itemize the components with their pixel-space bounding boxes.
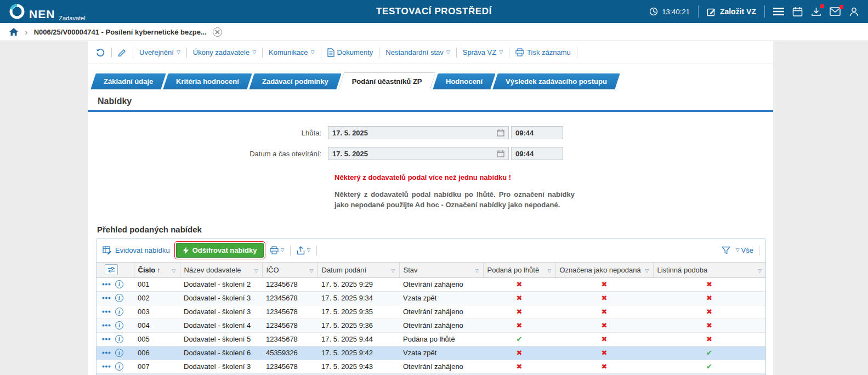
main-area: Uveřejnění ▽ Úkony zadavatele ▽ Komunika… — [0, 41, 868, 375]
opening-time-field[interactable]: 09:44 — [511, 147, 563, 160]
row-info-icon[interactable]: i — [115, 349, 123, 357]
column-header-stav[interactable]: Stav▽ — [399, 262, 483, 277]
table-row[interactable]: i 002 Dodavatel - školení 3 12345678 17.… — [97, 291, 765, 305]
print-grid-button[interactable]: ▽ — [270, 246, 284, 254]
menu-dokumenty[interactable]: Dokumenty — [327, 48, 373, 57]
downloads-icon[interactable] — [811, 7, 821, 17]
deadline-time-field[interactable]: 09:44 — [511, 126, 563, 139]
tab-podani-ucastniku-zp[interactable]: Podání účastníků ZP — [338, 72, 436, 89]
column-header-datum-podani[interactable]: Datum podání▽ — [317, 262, 399, 277]
filter-caret-icon[interactable]: ▽ — [548, 268, 552, 274]
menu-tisk-zaznamu[interactable]: Tisk záznamu — [515, 48, 571, 56]
column-settings-icon[interactable] — [105, 264, 118, 275]
cell-marked-not-submitted: ✖ — [555, 277, 653, 291]
filter-caret-icon[interactable]: ▽ — [254, 268, 258, 274]
column-header-oznacena-jako-nepodana[interactable]: Označena jako nepodaná▽ — [555, 262, 653, 277]
register-offer-label: Evidovat nabídku — [115, 246, 170, 254]
row-info-icon[interactable]: i — [115, 362, 123, 371]
register-offer-button[interactable]: Evidovat nabídku — [103, 246, 170, 255]
table-row[interactable]: i 001 Dodavatel - školení 2 12345678 17.… — [97, 277, 765, 291]
home-icon[interactable] — [9, 27, 19, 36]
cell-marked-not-submitted: ✖ — [555, 360, 653, 373]
content-panel: Uveřejnění ▽ Úkony zadavatele ▽ Komunika… — [88, 41, 773, 375]
table-row[interactable]: i 004 Dodavatel - školení 4 12345678 17.… — [97, 319, 765, 332]
opening-date-field[interactable]: 17. 5. 2025 — [328, 147, 509, 160]
column-header-podana-po-lhute[interactable]: Podaná po lhůtě▽ — [483, 262, 555, 277]
table-row[interactable]: i 003 Dodavatel - školení 3 12345678 17.… — [97, 305, 765, 319]
chevron-down-icon: ▽ — [307, 248, 310, 253]
row-actions-cell: i — [97, 291, 134, 305]
calendar-small-icon[interactable] — [497, 129, 504, 137]
cell-status: Otevírání zahájeno — [399, 360, 483, 373]
table-row[interactable]: i 005 Dodavatel - školení 5 12345678 17.… — [97, 332, 765, 346]
tab-vysledek-zadavaciho-postupu[interactable]: Výsledek zadávacího postupu — [492, 73, 620, 89]
tab-zadavaci-podminky[interactable]: Zadávací podmínky — [249, 73, 341, 89]
row-info-icon[interactable]: i — [115, 308, 123, 316]
history-undo-icon[interactable] — [95, 48, 105, 58]
divider — [379, 48, 379, 58]
create-vz-button[interactable]: Založit VZ — [707, 7, 756, 16]
filter-funnel-icon[interactable] — [722, 246, 730, 254]
cell-late: ✖ — [483, 319, 555, 332]
row-info-icon[interactable]: i — [115, 335, 123, 343]
menu-uverejneni[interactable]: Uveřejnění ▽ — [139, 48, 180, 56]
row-menu-dots-icon[interactable] — [102, 338, 111, 340]
row-menu-dots-icon[interactable] — [102, 351, 111, 354]
filter-preset-dropdown[interactable]: ▽ Vše — [736, 246, 753, 254]
chevron-down-icon: ▽ — [252, 50, 256, 55]
cross-icon: ✖ — [602, 349, 608, 357]
menu-label: Dokumenty — [337, 48, 373, 56]
menu-ukony-zadavatele[interactable]: Úkony zadavatele ▽ — [193, 48, 256, 56]
menu-komunikace[interactable]: Komunikace ▽ — [269, 48, 314, 56]
cell-late: ✖ — [483, 360, 555, 373]
divider — [111, 48, 112, 58]
tab-hodnoceni[interactable]: Hodnocení — [433, 73, 496, 89]
close-record-icon[interactable] — [213, 27, 222, 37]
filter-caret-icon[interactable]: ▽ — [758, 268, 762, 274]
filter-caret-icon[interactable]: ▽ — [310, 268, 314, 274]
table-row[interactable]: i 007 Dodavatel - školení 3 12345678 17.… — [97, 360, 765, 373]
notification-badge — [839, 5, 843, 9]
cell-submitted: 17. 5. 2025 9:36 — [317, 319, 399, 332]
decrypt-offers-button[interactable]: Odšifrovat nabídky — [176, 243, 264, 258]
calendar-small-icon[interactable] — [497, 150, 504, 157]
export-grid-button[interactable]: ▽ — [297, 246, 310, 255]
row-menu-dots-icon[interactable] — [102, 324, 111, 327]
cell-status: Vzata zpět — [399, 291, 483, 305]
cross-icon: ✖ — [706, 308, 712, 316]
row-menu-dots-icon[interactable] — [102, 283, 111, 286]
filter-caret-icon[interactable]: ▽ — [392, 268, 395, 274]
row-info-icon[interactable]: i — [115, 321, 123, 329]
row-menu-dots-icon[interactable] — [102, 365, 111, 368]
tab-kriteria-hodnoceni[interactable]: Kritéria hodnocení — [163, 73, 252, 89]
row-menu-dots-icon[interactable] — [102, 297, 111, 299]
filter-caret-icon[interactable]: ▽ — [475, 268, 479, 274]
column-header-listinna-podoba[interactable]: Listinná podoba▽ — [653, 262, 765, 277]
row-menu-dots-icon[interactable] — [102, 310, 111, 313]
tab-zakladni-udaje[interactable]: Základní údaje — [90, 73, 166, 89]
divider — [316, 246, 317, 255]
deadline-date-field[interactable]: 17. 5. 2025 — [328, 126, 509, 139]
menu-sprava-vz[interactable]: Správa VZ ▽ — [463, 48, 503, 56]
column-header-nazev-dodavatele[interactable]: Název dodavatele▽ — [180, 262, 262, 277]
filter-caret-icon[interactable]: ▽ — [645, 268, 649, 274]
session-clock: 13:40:21 — [649, 7, 690, 16]
messages-icon[interactable] — [830, 7, 841, 16]
row-info-icon[interactable]: i — [115, 280, 123, 288]
menu-nestandardni-stav[interactable]: Nestandardní stav ▽ — [385, 48, 450, 56]
row-info-icon[interactable]: i — [115, 294, 123, 302]
app-brand[interactable]: NEN Zadavatel — [9, 3, 86, 20]
filter-caret-icon[interactable]: ▽ — [172, 268, 176, 274]
chevron-down-icon: ▽ — [177, 50, 180, 55]
table-row[interactable]: i 006 Dodavatel - školení 6 45359326 17.… — [97, 346, 765, 360]
edit-pencil-icon[interactable] — [118, 48, 127, 57]
sort-asc-icon: ↑ — [157, 266, 160, 274]
breadcrumb-record[interactable]: N006/25/V00004741 - Posílení kybernetick… — [34, 28, 207, 36]
column-header-ico[interactable]: IČO▽ — [262, 262, 317, 277]
calendar-icon[interactable] — [792, 7, 803, 17]
user-profile-icon[interactable] — [849, 7, 859, 17]
menu-hamburger-icon[interactable] — [773, 7, 784, 16]
opening-time-value: 09:44 — [515, 150, 534, 158]
column-header-cislo[interactable]: Číslo↑ ▽ — [134, 262, 180, 277]
cross-icon: ✖ — [706, 294, 712, 302]
